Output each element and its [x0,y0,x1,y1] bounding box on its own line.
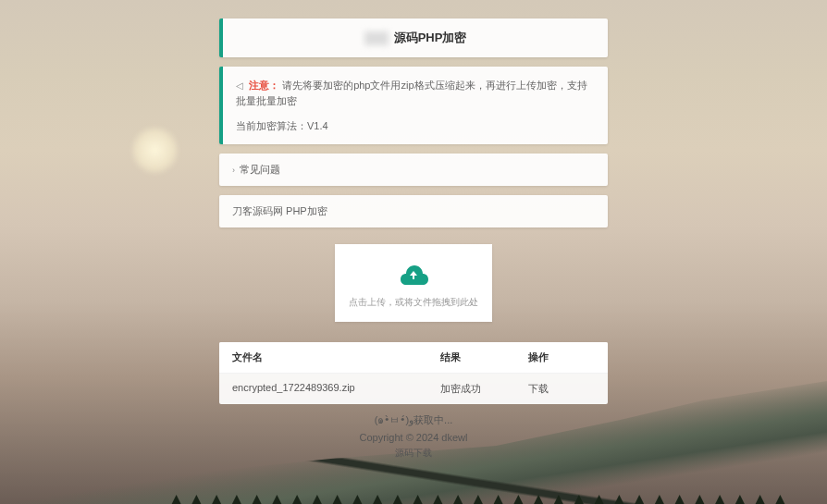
table-row: encrypted_1722489369.zip 加密成功 下载 [219,374,608,404]
title-text: 源码PHP加密 [394,30,467,46]
results-table: 文件名 结果 操作 encrypted_1722489369.zip 加密成功 … [219,342,608,404]
notice-message: ◁ 注意： 请先将要加密的php文件用zip格式压缩起来，再进行上传加密，支持批… [236,78,595,108]
status-text: (๑•̀ㅂ•́)و获取中... [219,412,608,428]
table-header-row: 文件名 结果 操作 [219,342,608,374]
copyright-text: Copyright © 2024 dkewl [219,432,608,443]
version-label: 当前加密算法： [236,120,307,131]
upload-dropzone[interactable]: 点击上传，或将文件拖拽到此处 [335,244,492,322]
notice-label: 注意： [249,80,279,91]
faq-label: 常见问题 [240,163,280,177]
notice-panel: ◁ 注意： 请先将要加密的php文件用zip格式压缩起来，再进行上传加密，支持批… [219,67,608,144]
blurred-logo [364,31,389,45]
cell-filename: encrypted_1722489369.zip [232,382,440,396]
header-action: 操作 [528,350,595,364]
faq-toggle[interactable]: › 常见问题 [219,154,608,186]
header-filename: 文件名 [232,350,440,364]
page-title: 源码PHP加密 [364,30,467,46]
upload-hint: 点击上传，或将文件拖拽到此处 [346,296,481,309]
download-link[interactable]: 下载 [528,383,549,394]
source-download-link[interactable]: 源码下载 [219,447,608,460]
version-value: V1.4 [307,120,328,131]
header-result: 结果 [440,350,528,364]
speaker-icon: ◁ [236,79,243,92]
cloud-upload-icon [397,264,430,287]
version-info: 当前加密算法：V1.4 [236,119,595,133]
footer: (๑•̀ㅂ•́)و获取中... Copyright © 2024 dkewl 源… [219,412,608,460]
cell-result: 加密成功 [440,382,528,396]
header-panel: 源码PHP加密 [219,18,608,57]
breadcrumb: 刀客源码网 PHP加密 [219,195,608,227]
breadcrumb-text: 刀客源码网 PHP加密 [232,205,327,216]
notice-text: 请先将要加密的php文件用zip格式压缩起来，再进行上传加密，支持批量批量加密 [236,80,587,106]
chevron-right-icon: › [232,166,235,175]
